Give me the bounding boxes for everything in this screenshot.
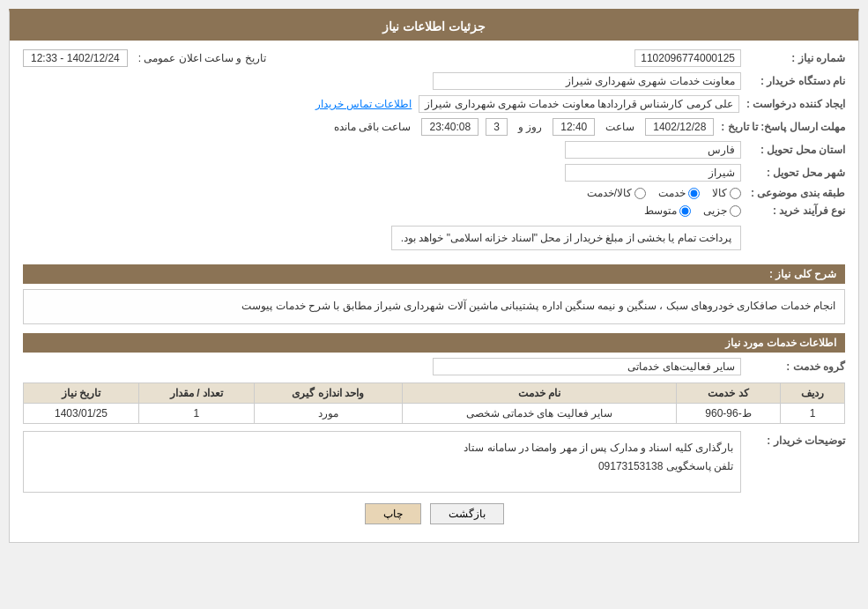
category-radio-group: کالا خدمت کالا/خدمت (583, 187, 741, 199)
service-group-label: گروه خدمت : (748, 360, 845, 373)
deadline-days: 3 (486, 118, 508, 136)
city-label: شهر محل تحویل : (748, 167, 845, 179)
announce-date-label: تاریخ و ساعت اعلان عمومی : (138, 52, 266, 64)
announce-date-value: 1402/12/24 - 12:33 (23, 49, 128, 67)
province-label: استان محل تحویل : (748, 144, 845, 156)
need-description-text: انجام خدمات صافکاری خودروهای سبک ، سنگین… (23, 289, 845, 324)
category-option-kala-khedmat[interactable]: کالا/خدمت (583, 187, 646, 199)
deadline-label: مهلت ارسال پاسخ: تا تاریخ : (721, 121, 845, 133)
col-unit: واحد اندازه گیری (254, 382, 402, 403)
buyer-notes-label: توضیحات خریدار : (748, 434, 845, 447)
creator-link[interactable]: اطلاعات تماس خریدار (315, 98, 412, 110)
creator-value: علی کرمی کارشناس قراردادها معاونت خدمات … (419, 95, 739, 113)
purchase-note: پرداخت تمام یا بخشی از مبلغ خریدار از مح… (391, 226, 741, 250)
deadline-day-label: روز و (518, 121, 542, 133)
buyer-name-label: نام دستگاه خریدار : (748, 75, 845, 87)
col-row: ردیف (780, 382, 844, 403)
creator-label: ایجاد کننده درخواست : (746, 98, 845, 110)
table-row: 1ط-96-960سایر فعالیت های خدماتی شخصیمورد… (24, 403, 845, 423)
category-label: طبقه بندی موضوعی : (748, 187, 845, 199)
print-button[interactable]: چاپ (365, 503, 421, 524)
deadline-remaining-label: ساعت باقی مانده (334, 121, 412, 133)
buyer-notes-text: بارگذاری کلیه اسناد و مدارک پس از مهر وا… (23, 431, 741, 493)
col-code: کد خدمت (677, 382, 781, 403)
need-description-section-header: شرح کلی نیاز : (23, 264, 845, 284)
city-value: شیراز (565, 164, 741, 182)
service-group-value: سایر فعالیت‌های خدماتی (433, 358, 741, 375)
purchase-type-label: نوع فرآیند خرید : (748, 204, 845, 217)
col-qty: تعداد / مقدار (138, 382, 254, 403)
services-section-header: اطلاعات خدمات مورد نیاز (23, 333, 845, 353)
need-number-value: 1102096774000125 (634, 49, 741, 67)
back-button[interactable]: بازگشت (430, 503, 504, 524)
deadline-remaining: 23:40:08 (421, 118, 479, 136)
deadline-time: 12:40 (553, 118, 595, 136)
deadline-date: 1402/12/28 (645, 118, 714, 136)
province-value: فارس (565, 141, 741, 159)
col-name: نام خدمت (402, 382, 677, 403)
services-table: ردیف کد خدمت نام خدمت واحد اندازه گیری ت… (23, 382, 845, 424)
purchase-type-radio-group: جزیی متوسط (391, 204, 741, 217)
col-date: تاریخ نیاز (24, 382, 139, 403)
bottom-buttons: بازگشت چاپ (23, 503, 845, 533)
buyer-name-value: معاونت خدمات شهری شهرداری شیراز (433, 72, 741, 90)
need-number-label: شماره نیاز : (748, 52, 845, 64)
category-option-kala[interactable]: کالا (708, 187, 741, 199)
purchase-type-jozii[interactable]: جزیی (700, 204, 741, 217)
purchase-type-motavaset[interactable]: متوسط (641, 204, 691, 217)
deadline-time-label: ساعت (605, 121, 634, 133)
page-title: جزئیات اطلاعات نیاز (10, 12, 858, 41)
category-option-khedmat[interactable]: خدمت (655, 187, 700, 199)
